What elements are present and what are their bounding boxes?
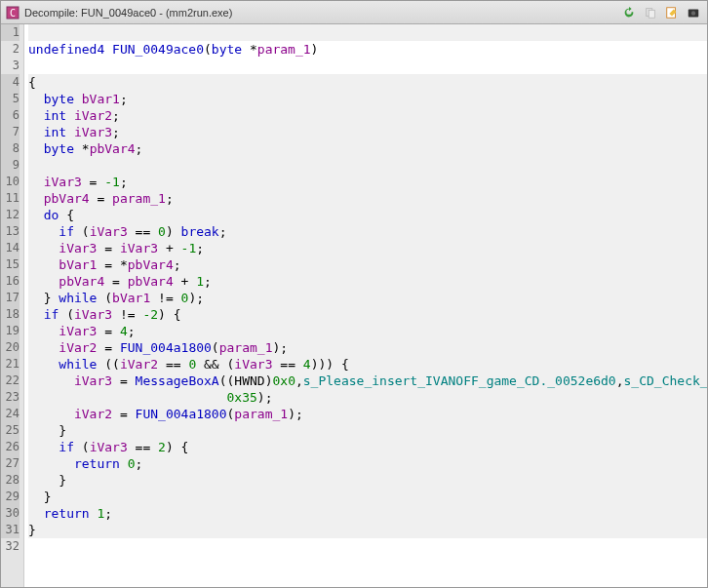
token-num: 0x35 bbox=[227, 390, 257, 405]
token-plain: ); bbox=[188, 291, 204, 305]
token-plain: , bbox=[616, 373, 624, 388]
code-line[interactable]: byte bVar1; bbox=[28, 91, 707, 107]
line-number[interactable]: 24 bbox=[1, 406, 20, 422]
line-number[interactable]: 13 bbox=[1, 223, 20, 240]
token-kw: do bbox=[44, 208, 59, 222]
token-plain: ) { bbox=[166, 440, 188, 454]
line-number[interactable]: 28 bbox=[1, 472, 20, 489]
code-line[interactable]: pbVar4 = pbVar4 + 1; bbox=[28, 273, 707, 290]
line-number[interactable]: 20 bbox=[1, 339, 20, 356]
line-number[interactable]: 21 bbox=[1, 356, 20, 372]
refresh-button[interactable] bbox=[619, 4, 639, 21]
token-kw: break bbox=[181, 224, 219, 239]
line-number[interactable]: 16 bbox=[1, 273, 20, 290]
token-var: bVar1 bbox=[112, 291, 150, 305]
code-area[interactable]: undefined4 FUN_0049ace0(byte *param_1){ … bbox=[24, 24, 707, 587]
code-line[interactable]: if (iVar3 != -2) { bbox=[28, 306, 707, 323]
line-number[interactable]: 2 bbox=[1, 41, 20, 58]
token-var: iVar2 bbox=[74, 108, 112, 123]
line-number[interactable]: 23 bbox=[1, 389, 20, 406]
token-kw: byte bbox=[44, 141, 82, 156]
token-plain bbox=[120, 456, 128, 471]
code-line[interactable]: iVar3 = 4; bbox=[28, 323, 707, 339]
token-plain bbox=[28, 373, 74, 388]
token-num: -2 bbox=[142, 307, 158, 322]
code-line[interactable] bbox=[28, 538, 707, 555]
code-line[interactable]: } bbox=[28, 472, 707, 489]
line-number[interactable]: 18 bbox=[1, 306, 20, 323]
code-line[interactable] bbox=[28, 58, 707, 74]
code-line[interactable]: while ((iVar2 == 0 && (iVar3 == 4))) { bbox=[28, 356, 707, 372]
snapshot-icon bbox=[687, 6, 700, 20]
copy-button[interactable] bbox=[641, 4, 660, 21]
token-plain: } bbox=[28, 490, 51, 504]
code-line[interactable]: if (iVar3 == 2) { bbox=[28, 439, 707, 455]
line-number[interactable]: 1 bbox=[1, 24, 20, 41]
edit-button[interactable] bbox=[662, 4, 682, 21]
code-line[interactable]: if (iVar3 == 0) break; bbox=[28, 223, 707, 240]
token-plain: ((HWND) bbox=[219, 373, 273, 388]
line-number[interactable]: 17 bbox=[1, 290, 20, 306]
token-kw: if bbox=[59, 440, 74, 454]
code-line[interactable]: iVar2 = FUN_004a1800(param_1); bbox=[28, 406, 707, 422]
line-number[interactable]: 26 bbox=[1, 439, 20, 455]
token-plain: == bbox=[273, 357, 303, 372]
code-line[interactable]: { bbox=[28, 74, 707, 91]
line-number[interactable]: 15 bbox=[1, 256, 20, 273]
line-number[interactable]: 27 bbox=[1, 455, 20, 472]
token-var: pbVar4 bbox=[128, 274, 174, 289]
code-line[interactable] bbox=[28, 157, 707, 174]
code-line[interactable]: return 1; bbox=[28, 505, 707, 522]
token-plain: ( bbox=[59, 307, 74, 322]
code-line[interactable]: iVar2 = FUN_004a1800(param_1); bbox=[28, 339, 707, 356]
code-line[interactable]: iVar3 = iVar3 + -1; bbox=[28, 240, 707, 256]
code-line[interactable]: byte *pbVar4; bbox=[28, 140, 707, 157]
line-number[interactable]: 29 bbox=[1, 489, 20, 505]
token-var: iVar2 bbox=[120, 357, 158, 372]
line-number[interactable]: 11 bbox=[1, 190, 20, 207]
line-number[interactable]: 10 bbox=[1, 174, 20, 190]
token-plain: ; bbox=[120, 175, 128, 189]
line-number[interactable]: 31 bbox=[1, 522, 20, 538]
line-number[interactable]: 4 bbox=[1, 74, 20, 91]
code-line[interactable] bbox=[28, 24, 707, 41]
code-line[interactable]: } bbox=[28, 522, 707, 538]
code-line[interactable]: int iVar2; bbox=[28, 107, 707, 124]
line-number[interactable]: 5 bbox=[1, 91, 20, 107]
line-number[interactable]: 12 bbox=[1, 207, 20, 223]
code-line[interactable]: } while (bVar1 != 0); bbox=[28, 290, 707, 306]
code-line[interactable]: do { bbox=[28, 207, 707, 223]
line-number[interactable]: 14 bbox=[1, 240, 20, 256]
token-plain: = bbox=[112, 373, 135, 388]
token-plain: ; bbox=[104, 506, 112, 521]
token-plain bbox=[28, 175, 44, 189]
line-number[interactable]: 3 bbox=[1, 58, 20, 74]
line-number[interactable]: 22 bbox=[1, 372, 20, 389]
line-number[interactable]: 32 bbox=[1, 538, 20, 555]
line-number[interactable]: 30 bbox=[1, 505, 20, 522]
code-line[interactable]: } bbox=[28, 489, 707, 505]
snapshot-button[interactable] bbox=[684, 4, 703, 21]
line-number[interactable]: 25 bbox=[1, 422, 20, 439]
line-number[interactable]: 8 bbox=[1, 140, 20, 157]
code-line[interactable]: pbVar4 = param_1; bbox=[28, 190, 707, 207]
code-line[interactable]: 0x35); bbox=[28, 389, 707, 406]
code-line[interactable]: iVar3 = MessageBoxA((HWND)0x0,s_Please_i… bbox=[28, 372, 707, 389]
code-line[interactable]: iVar3 = -1; bbox=[28, 174, 707, 190]
svg-text:C: C bbox=[10, 8, 16, 19]
code-line[interactable]: undefined4 FUN_0049ace0(byte *param_1) bbox=[28, 41, 707, 58]
code-line[interactable]: return 0; bbox=[28, 455, 707, 472]
code-line[interactable]: int iVar3; bbox=[28, 124, 707, 140]
code-line[interactable]: bVar1 = *pbVar4; bbox=[28, 256, 707, 273]
line-number[interactable]: 6 bbox=[1, 107, 20, 124]
line-number[interactable]: 19 bbox=[1, 323, 20, 339]
token-var: iVar3 bbox=[90, 224, 128, 239]
token-var: iVar3 bbox=[59, 324, 97, 338]
token-fn: FUN_0049ace0 bbox=[112, 42, 204, 57]
line-number[interactable]: 9 bbox=[1, 157, 20, 174]
decompile-content: 1234567891011121314151617181920212223242… bbox=[1, 24, 707, 587]
title-prefix: Decompile: bbox=[24, 7, 81, 19]
line-number[interactable]: 7 bbox=[1, 124, 20, 140]
line-gutter: 1234567891011121314151617181920212223242… bbox=[1, 24, 24, 587]
code-line[interactable]: } bbox=[28, 422, 707, 439]
